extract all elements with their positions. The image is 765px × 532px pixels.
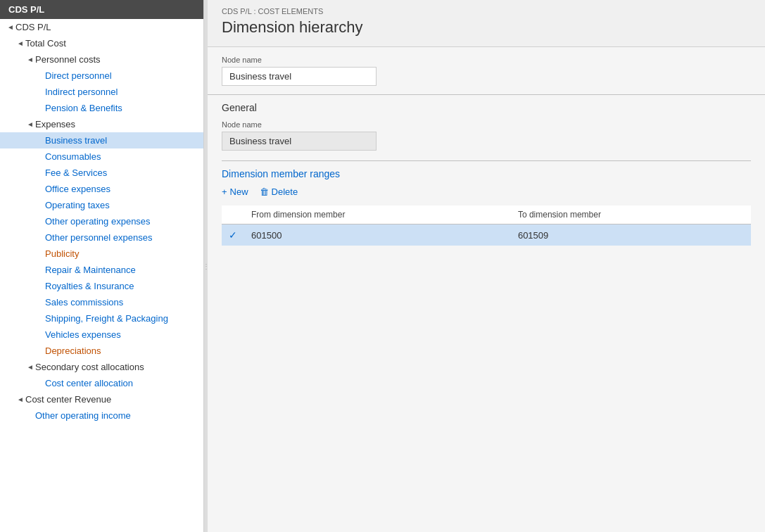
sidebar-header-label: CDS P/L	[8, 4, 44, 15]
new-button-label: New	[230, 186, 248, 197]
sidebar-item-other-personnel-expenses[interactable]: Other personnel expenses	[0, 229, 203, 246]
sidebar-label-direct-personnel: Direct personnel	[45, 70, 112, 81]
sidebar-item-office-expenses[interactable]: Office expenses	[0, 181, 203, 197]
sidebar-item-consumables[interactable]: Consumables	[0, 148, 203, 165]
sidebar-item-personnel-costs[interactable]: ◄Personnel costs	[0, 51, 203, 68]
sidebar-item-cds-pl[interactable]: ◄CDS P/L	[0, 19, 203, 35]
sidebar-item-repair-maintenance[interactable]: Repair & Maintenance	[0, 262, 203, 278]
table-row[interactable]: ✓601500601509	[222, 224, 751, 246]
sidebar-item-cost-center-allocation[interactable]: Cost center allocation	[0, 375, 203, 391]
general-section-title: General	[222, 102, 751, 113]
sidebar-label-cds-pl: CDS P/L	[15, 22, 51, 32]
col-from: From dimension member	[244, 205, 511, 224]
top-node-name-value: Business travel	[222, 67, 377, 86]
sidebar-label-consumables: Consumables	[45, 151, 101, 162]
check-mark: ✓	[229, 229, 237, 241]
sidebar-label-other-personnel-expenses: Other personnel expenses	[45, 232, 152, 243]
sidebar-item-cost-center-revenue[interactable]: ◄Cost center Revenue	[0, 391, 203, 407]
sidebar-item-other-operating-income[interactable]: Other operating income	[0, 407, 203, 424]
sidebar-label-office-expenses: Office expenses	[45, 184, 110, 194]
sidebar-item-publicity[interactable]: Publicity	[0, 246, 203, 262]
collapse-icon-cost-center-revenue[interactable]: ◄	[15, 395, 25, 403]
sidebar-item-vehicles-expenses[interactable]: Vehicles expenses	[0, 327, 203, 343]
sidebar-label-royalties-insurance: Royalties & Insurance	[45, 281, 134, 291]
new-button[interactable]: + New	[222, 186, 248, 197]
dim-table-header: From dimension member To dimension membe…	[222, 205, 751, 224]
sidebar-label-publicity: Publicity	[45, 248, 79, 259]
collapse-icon-secondary-cost-allocations[interactable]: ◄	[25, 363, 35, 371]
sidebar-header: CDS P/L	[0, 0, 203, 19]
sidebar-label-secondary-cost-allocations: Secondary cost allocations	[35, 362, 144, 372]
sidebar-item-total-cost[interactable]: ◄Total Cost	[0, 35, 203, 51]
col-check	[222, 205, 244, 224]
sidebar-label-total-cost: Total Cost	[25, 38, 66, 49]
collapse-icon-personnel-costs[interactable]: ◄	[25, 56, 35, 63]
general-section: General Node name Business travel	[208, 95, 765, 160]
row-to-0: 601509	[511, 224, 751, 246]
delete-icon: 🗑	[260, 186, 269, 197]
sidebar-item-indirect-personnel[interactable]: Indirect personnel	[0, 84, 203, 100]
sidebar-item-secondary-cost-allocations[interactable]: ◄Secondary cost allocations	[0, 359, 203, 375]
delete-button[interactable]: 🗑 Delete	[260, 186, 298, 197]
breadcrumb: CDS P/L : COST ELEMENTS	[222, 7, 751, 15]
sidebar-label-business-travel: Business travel	[45, 135, 107, 146]
sidebar-item-shipping-freight[interactable]: Shipping, Freight & Packaging	[0, 310, 203, 327]
row-from-0: 601500	[244, 224, 511, 246]
sidebar-label-other-operating-income: Other operating income	[35, 410, 131, 421]
main-header: CDS P/L : COST ELEMENTS Dimension hierar…	[208, 0, 765, 47]
top-node-name-label: Node name	[222, 56, 751, 64]
sidebar-item-other-operating-expenses[interactable]: Other operating expenses	[0, 213, 203, 229]
dim-table: From dimension member To dimension membe…	[222, 205, 751, 246]
dim-table-body: ✓601500601509	[222, 224, 751, 246]
col-to: To dimension member	[511, 205, 751, 224]
new-icon: +	[222, 186, 227, 197]
sidebar-label-indirect-personnel: Indirect personnel	[45, 87, 118, 97]
collapse-icon-expenses[interactable]: ◄	[25, 120, 35, 128]
sidebar-label-operating-taxes: Operating taxes	[45, 200, 110, 210]
sidebar-label-depreciations: Depreciations	[45, 346, 101, 356]
sidebar-label-personnel-costs: Personnel costs	[35, 54, 101, 65]
sidebar-label-shipping-freight: Shipping, Freight & Packaging	[45, 313, 168, 324]
sidebar-label-sales-commissions: Sales commissions	[45, 297, 123, 308]
collapse-icon-cds-pl[interactable]: ◄	[6, 23, 15, 31]
collapse-icon-total-cost[interactable]: ◄	[15, 39, 25, 47]
toolbar: + New 🗑 Delete	[222, 186, 751, 197]
sidebar-label-pension-benefits: Pension & Benefits	[45, 103, 122, 113]
sidebar-item-depreciations[interactable]: Depreciations	[0, 343, 203, 359]
sidebar-label-fee-services: Fee & Services	[45, 167, 107, 178]
sidebar: CDS P/L ◄CDS P/L◄Total Cost◄Personnel co…	[0, 0, 204, 532]
sidebar-item-operating-taxes[interactable]: Operating taxes	[0, 197, 203, 213]
sidebar-label-repair-maintenance: Repair & Maintenance	[45, 265, 136, 275]
sidebar-label-cost-center-revenue: Cost center Revenue	[25, 394, 111, 405]
sidebar-label-vehicles-expenses: Vehicles expenses	[45, 329, 121, 340]
sidebar-item-direct-personnel[interactable]: Direct personnel	[0, 68, 203, 84]
sidebar-label-other-operating-expenses: Other operating expenses	[45, 216, 151, 227]
general-node-name-label: Node name	[222, 120, 751, 129]
page-title: Dimension hierarchy	[222, 18, 751, 37]
sidebar-item-royalties-insurance[interactable]: Royalties & Insurance	[0, 278, 203, 294]
sidebar-label-expenses: Expenses	[35, 119, 75, 129]
general-node-name-value: Business travel	[222, 132, 377, 151]
sidebar-item-expenses[interactable]: ◄Expenses	[0, 116, 203, 132]
sidebar-item-fee-services[interactable]: Fee & Services	[0, 165, 203, 181]
top-node-name-section: Node name Business travel	[208, 47, 765, 94]
dim-members-title: Dimension member ranges	[222, 160, 751, 179]
delete-button-label: Delete	[272, 186, 298, 197]
row-check-0: ✓	[222, 224, 244, 246]
dim-members-section: Dimension member ranges + New 🗑 Delete F…	[208, 160, 765, 260]
sidebar-tree: ◄CDS P/L◄Total Cost◄Personnel costsDirec…	[0, 19, 203, 424]
sidebar-label-cost-center-allocation: Cost center allocation	[45, 378, 133, 388]
main-content: CDS P/L : COST ELEMENTS Dimension hierar…	[208, 0, 765, 532]
sidebar-item-pension-benefits[interactable]: Pension & Benefits	[0, 100, 203, 116]
sidebar-item-business-travel[interactable]: Business travel	[0, 132, 203, 148]
sidebar-item-sales-commissions[interactable]: Sales commissions	[0, 294, 203, 310]
